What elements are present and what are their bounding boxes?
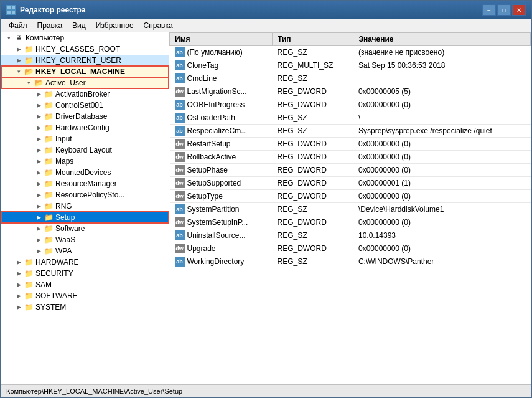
tree-item-sam[interactable]: ▶ 📁 SAM: [1, 279, 169, 290]
expand-classes-root[interactable]: ▶: [14, 44, 24, 54]
registry-editor-window: Редактор реестра − □ ✕ Файл Правка Вид И…: [0, 0, 532, 398]
table-row[interactable]: dw RollbackActive REG_DWORD 0x00000000 (…: [170, 151, 531, 164]
table-row[interactable]: ab CmdLine REG_SZ: [170, 72, 531, 85]
expand-waas[interactable]: ▶: [34, 235, 44, 245]
reg-type-icon: dw: [175, 178, 185, 188]
tree-item-wpa[interactable]: ▶ 📁 WPA: [1, 245, 169, 257]
table-row[interactable]: ab RespecializeCm... REG_SZ Sysprep\sysp…: [170, 125, 531, 138]
tree-item-controlset001[interactable]: ▶ 📁 ControlSet001: [1, 100, 169, 111]
table-row[interactable]: ab CloneTag REG_MULTI_SZ Sat Sep 15 00:3…: [170, 59, 531, 72]
tree-item-activationbroker[interactable]: ▶ 📁 ActivationBroker: [1, 88, 169, 100]
tree-item-waas[interactable]: ▶ 📁 WaaS: [1, 234, 169, 245]
tree-item-software-root[interactable]: ▶ 📁 SOFTWARE: [1, 290, 169, 301]
tree-item-input[interactable]: ▶ 📁 Input: [1, 133, 169, 145]
tree-item-software[interactable]: ▶ 📁 Software: [1, 223, 169, 234]
reg-name: SetupPhase: [187, 166, 228, 174]
folder-icon-local-machine: 📂: [24, 67, 34, 77]
folder-icon-resourcemanager: 📁: [44, 179, 54, 189]
reg-type-icon: dw: [175, 165, 185, 175]
tree-item-security[interactable]: ▶ 📁 SECURITY: [1, 268, 169, 279]
expand-controlset001[interactable]: ▶: [34, 100, 44, 110]
menu-view[interactable]: Вид: [67, 20, 91, 31]
tree-item-local-machine[interactable]: ▾ 📂 HKEY_LOCAL_MACHINE: [1, 66, 169, 77]
expand-input[interactable]: ▶: [34, 134, 44, 144]
table-row[interactable]: ab OsLoaderPath REG_SZ \: [170, 111, 531, 125]
menu-edit[interactable]: Правка: [32, 20, 68, 31]
table-row[interactable]: ab OOBEInProgress REG_DWORD 0x00000000 (…: [170, 98, 531, 111]
tree-item-maps[interactable]: ▶ 📁 Maps: [1, 156, 169, 167]
table-row[interactable]: dw SetupPhase REG_DWORD 0x00000000 (0): [170, 164, 531, 177]
expand-hardwareconfig[interactable]: ▶: [34, 123, 44, 133]
tree-pane[interactable]: ▾ 🖥 Компьютер ▶ 📁 HKEY_CLASSES_ROOT ▶ 📁 …: [1, 32, 169, 384]
menu-help[interactable]: Справка: [139, 20, 178, 31]
folder-icon-software: 📁: [44, 224, 54, 234]
reg-name-cell: ab WorkingDirectory: [170, 255, 273, 268]
expand-local-machine[interactable]: ▾: [14, 67, 24, 77]
expand-system[interactable]: ▶: [14, 302, 24, 312]
tree-item-system[interactable]: ▶ 📁 SYSTEM: [1, 301, 169, 313]
col-header-name: Имя: [170, 33, 273, 46]
expand-mounteddevices[interactable]: ▶: [34, 168, 44, 178]
tree-item-setup[interactable]: ▶ 📁 Setup: [1, 212, 169, 223]
reg-type-icon: ab: [175, 230, 185, 240]
reg-name: CloneTag: [187, 61, 219, 70]
expand-security[interactable]: ▶: [14, 268, 24, 278]
tree-item-resourcepolicysto[interactable]: ▶ 📁 ResourcePolicySto...: [1, 189, 169, 201]
minimize-button[interactable]: −: [482, 4, 496, 16]
expand-setup[interactable]: ▶: [34, 212, 44, 222]
reg-value-cell: C:\WINDOWS\Panther: [353, 255, 531, 268]
table-row[interactable]: dw SystemSetupInP... REG_DWORD 0x0000000…: [170, 216, 531, 229]
expand-keyboard-layout[interactable]: ▶: [34, 145, 44, 155]
table-row[interactable]: dw SetupType REG_DWORD 0x00000000 (0): [170, 190, 531, 203]
tree-item-hardwareconfig[interactable]: ▶ 📁 HardwareConfig: [1, 122, 169, 133]
expand-rng[interactable]: ▶: [34, 201, 44, 211]
tree-item-keyboard-layout[interactable]: ▶ 📁 Keyboard Layout: [1, 145, 169, 156]
folder-icon-maps: 📁: [44, 156, 54, 166]
expand-current-user[interactable]: ▶: [14, 55, 24, 65]
expand-hardware[interactable]: ▶: [14, 257, 24, 267]
table-row[interactable]: dw Upgrade REG_DWORD 0x00000000 (0): [170, 242, 531, 255]
folder-icon-activationbroker: 📁: [44, 89, 54, 99]
tree-item-mounteddevices[interactable]: ▶ 📁 MountedDevices: [1, 167, 169, 178]
maximize-button[interactable]: □: [497, 4, 511, 16]
expand-resourcepolicysto[interactable]: ▶: [34, 190, 44, 200]
table-row[interactable]: dw SetupSupported REG_DWORD 0x00000001 (…: [170, 177, 531, 190]
expand-software-root[interactable]: ▶: [14, 291, 24, 301]
menu-file[interactable]: Файл: [4, 20, 32, 31]
close-button[interactable]: ✕: [512, 4, 526, 16]
expand-maps[interactable]: ▶: [34, 156, 44, 166]
folder-icon-sam: 📁: [24, 280, 34, 290]
tree-item-active-user[interactable]: ▾ 📂 Active_User: [1, 77, 169, 88]
reg-type-icon: ab: [175, 257, 185, 267]
table-row[interactable]: ab WorkingDirectory REG_SZ C:\WINDOWS\Pa…: [170, 255, 531, 268]
expand-wpa[interactable]: ▶: [34, 246, 44, 256]
tree-label-software-root: SOFTWARE: [35, 291, 78, 300]
reg-name: UninstallSource...: [187, 231, 246, 240]
expand-driverdatabase[interactable]: ▶: [34, 111, 44, 121]
tree-item-rng[interactable]: ▶ 📁 RNG: [1, 201, 169, 212]
table-row[interactable]: dw LastMigrationSc... REG_DWORD 0x000000…: [170, 85, 531, 98]
expand-activationbroker[interactable]: ▶: [34, 89, 44, 99]
tree-label-resourcemanager: ResourceManager: [55, 179, 117, 188]
expand-resourcemanager[interactable]: ▶: [34, 179, 44, 189]
table-row[interactable]: ab SystemPartition REG_SZ \Device\Harddi…: [170, 203, 531, 216]
reg-type-icon: dw: [175, 244, 185, 253]
table-row[interactable]: ab UninstallSource... REG_SZ 10.0.14393: [170, 229, 531, 242]
tree-item-current-user[interactable]: ▶ 📁 HKEY_CURRENT_USER: [1, 55, 169, 66]
tree-label-activationbroker: ActivationBroker: [55, 90, 110, 98]
expand-computer[interactable]: ▾: [4, 33, 14, 43]
tree-item-computer[interactable]: ▾ 🖥 Компьютер: [1, 32, 169, 44]
expand-active-user[interactable]: ▾: [24, 78, 34, 88]
menu-favorites[interactable]: Избранное: [91, 20, 139, 31]
table-row[interactable]: dw RestartSetup REG_DWORD 0x00000000 (0): [170, 138, 531, 151]
tree-item-hardware[interactable]: ▶ 📁 HARDWARE: [1, 257, 169, 268]
expand-software[interactable]: ▶: [34, 224, 44, 234]
table-row[interactable]: ab (По умолчанию) REG_SZ (значение не пр…: [170, 46, 531, 59]
tree-item-classes-root[interactable]: ▶ 📁 HKEY_CLASSES_ROOT: [1, 44, 169, 55]
reg-value-cell: [353, 72, 531, 85]
reg-type-cell: REG_DWORD: [273, 138, 353, 151]
expand-sam[interactable]: ▶: [14, 280, 24, 290]
reg-name-cell: dw RollbackActive: [170, 151, 273, 164]
tree-item-driverdatabase[interactable]: ▶ 📁 DriverDatabase: [1, 111, 169, 122]
tree-item-resourcemanager[interactable]: ▶ 📁 ResourceManager: [1, 178, 169, 189]
